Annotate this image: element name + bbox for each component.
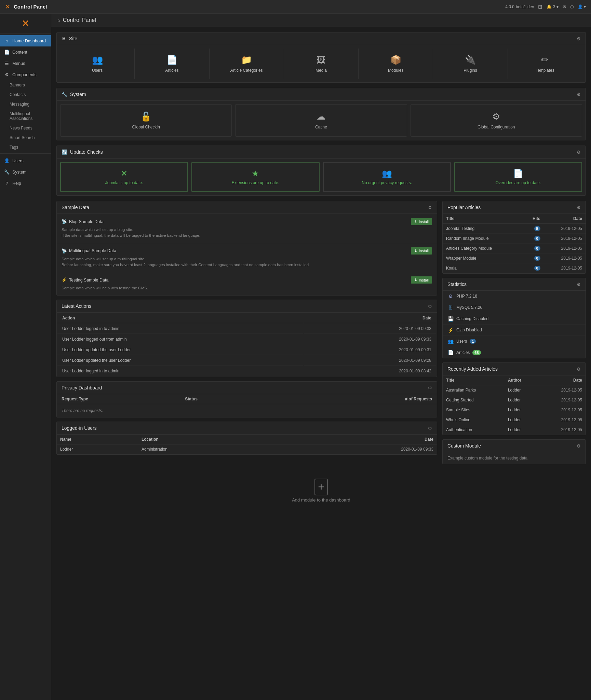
testing-sample-install-button[interactable]: ⬇ Install bbox=[411, 276, 432, 284]
mail-icon[interactable]: ✉ bbox=[563, 4, 566, 9]
media-big-icon: 🖼 bbox=[317, 55, 325, 65]
install-icon: ⬇ bbox=[414, 219, 417, 224]
extensions-update-item[interactable]: ★ Extensions are up to date. bbox=[191, 162, 319, 192]
site-modules-button[interactable]: 📦 Modules bbox=[359, 49, 433, 79]
table-row: Articles Category Module02019-12-05 bbox=[443, 244, 586, 253]
update-checks-section: 🔄 Update Checks ⚙ ✕ Joomla is up to date… bbox=[56, 146, 586, 196]
system-section-title: 🔧 System bbox=[62, 92, 86, 97]
version-badge: 4.0.0-beta1-dev bbox=[505, 4, 534, 9]
table-row: AuthenticationLodder2019-12-05 bbox=[443, 425, 586, 435]
sidebar-item-banners[interactable]: Banners bbox=[0, 80, 51, 90]
wifi-icon: 📡 bbox=[62, 219, 67, 224]
checkin-icon: 🔓 bbox=[140, 111, 151, 122]
site-users-button[interactable]: 👥 Users bbox=[60, 49, 135, 79]
page-heading: Control Panel bbox=[63, 17, 96, 23]
statistics-header: Statistics ⚙ bbox=[443, 278, 586, 291]
latest-actions-gear[interactable]: ⚙ bbox=[428, 304, 432, 309]
popular-articles-table: Title Hits Date Joomla! Testing52019-12-… bbox=[443, 214, 586, 273]
multilingual-sample-install-button[interactable]: ⬇ Install bbox=[411, 247, 432, 255]
site-plugins-button[interactable]: 🔌 Plugins bbox=[433, 49, 508, 79]
user-menu-button[interactable]: 👤 ▾ bbox=[578, 4, 586, 9]
update-checks-gear[interactable]: ⚙ bbox=[577, 150, 581, 155]
table-row: Joomla! Testing52019-12-05 bbox=[443, 224, 586, 234]
system-section-gear[interactable]: ⚙ bbox=[577, 92, 581, 97]
blog-sample-install-button[interactable]: ⬇ Install bbox=[411, 218, 432, 225]
sidebar-item-content[interactable]: 📄 Content bbox=[0, 46, 51, 58]
monitor-icon: 🖥 bbox=[62, 36, 66, 41]
sidebar-item-components[interactable]: ⚙ Components bbox=[0, 69, 51, 80]
user-location-col: Location bbox=[138, 435, 274, 444]
global-config-button[interactable]: ⚙ Global Configuration bbox=[411, 104, 582, 137]
blog-sample-data-item: 📡 Blog Sample Data ⬇ Install Sample data… bbox=[57, 214, 437, 243]
site-section: 🖥 Site ⚙ 👥 Users 📄 Articles 📁 bbox=[56, 32, 586, 83]
multilingual-sample-data-item: 📡 Multilingual Sample Data ⬇ Install Sam… bbox=[57, 243, 437, 273]
overrides-update-item[interactable]: 📄 Overrides are up to date. bbox=[454, 162, 582, 192]
external-link-icon[interactable]: ⬡ bbox=[570, 4, 574, 9]
date-col-header: Date bbox=[304, 313, 436, 323]
sidebar-item-home-dashboard[interactable]: ⌂ Home Dashboard bbox=[0, 35, 51, 46]
plus-icon: + bbox=[314, 479, 328, 495]
site-article-categories-button[interactable]: 📁 Article Categories bbox=[210, 49, 284, 79]
global-checkin-button[interactable]: 🔓 Global Checkin bbox=[60, 104, 232, 137]
sidebar-item-menus[interactable]: ☰ Menus bbox=[0, 58, 51, 69]
privacy-update-item[interactable]: 👥 No urgent privacy requests. bbox=[323, 162, 451, 192]
two-col-layout: Sample Data ⚙ 📡 Blog Sample Data bbox=[56, 201, 586, 468]
grid-icon[interactable]: ⊞ bbox=[538, 4, 542, 10]
page-title: Control Panel bbox=[14, 4, 47, 10]
site-media-button[interactable]: 🖼 Media bbox=[284, 49, 359, 79]
add-module-button[interactable]: + Add module to the dashboard bbox=[56, 468, 586, 513]
site-articles-button[interactable]: 📄 Articles bbox=[135, 49, 209, 79]
sample-data-gear[interactable]: ⚙ bbox=[428, 205, 432, 210]
logged-in-users-gear[interactable]: ⚙ bbox=[428, 426, 432, 431]
stat-icon: 📄 bbox=[447, 350, 454, 355]
topbar-right: 4.0.0-beta1-dev ⊞ 🔔 3 ▾ ✉ ⬡ 👤 ▾ bbox=[505, 4, 586, 10]
table-row: LodderAdministration2020-01-09 09:33 bbox=[57, 444, 437, 454]
popular-articles-gear[interactable]: ⚙ bbox=[577, 205, 581, 210]
recently-added-gear[interactable]: ⚙ bbox=[577, 367, 581, 372]
table-row: Sample SitesLodder2019-12-05 bbox=[443, 405, 586, 415]
stat-item: 🗄MySQL 5.7.26 bbox=[443, 302, 586, 313]
cache-button[interactable]: ☁ Cache bbox=[235, 104, 407, 137]
sidebar-item-contacts[interactable]: Contacts bbox=[0, 90, 51, 99]
joomla-update-item[interactable]: ✕ Joomla is up to date. bbox=[60, 162, 188, 192]
site-section-gear[interactable]: ⚙ bbox=[577, 36, 581, 41]
privacy-update-icon: 👥 bbox=[382, 169, 392, 178]
extensions-update-icon: ★ bbox=[252, 169, 259, 178]
logged-in-users-section: Logged-in Users ⚙ Name Location Date bbox=[56, 422, 437, 455]
sidebar-item-messaging[interactable]: Messaging bbox=[0, 99, 51, 109]
page-header: ⌂ Control Panel bbox=[51, 14, 591, 27]
privacy-col-status: Status bbox=[185, 397, 308, 401]
multilingual-sample-desc1: Sample data which will set up a multilin… bbox=[62, 256, 432, 262]
sidebar-item-news-feeds[interactable]: News Feeds bbox=[0, 123, 51, 133]
popular-articles-title: Popular Articles bbox=[447, 205, 481, 210]
testing-sample-data-item: ⚡ Testing Sample Data ⬇ Install Sample d… bbox=[57, 272, 437, 295]
sidebar: ✕ ⌂ Home Dashboard 📄 Content ☰ Menus ⚙ C… bbox=[0, 14, 51, 700]
blog-sample-header-row: 📡 Blog Sample Data ⬇ Install bbox=[62, 218, 432, 225]
stat-item: ⚡Gzip Disabled bbox=[443, 325, 586, 336]
privacy-dashboard-gear[interactable]: ⚙ bbox=[428, 385, 432, 390]
ra-title-col: Title bbox=[443, 375, 505, 385]
sidebar-item-multilingual[interactable]: Multilingual Associations bbox=[0, 109, 51, 123]
components-icon: ⚙ bbox=[4, 72, 10, 77]
statistics-gear[interactable]: ⚙ bbox=[577, 282, 581, 287]
testing-sample-title: ⚡ Testing Sample Data bbox=[62, 277, 108, 283]
sidebar-item-help[interactable]: ? Help bbox=[0, 178, 51, 189]
sample-data-header: Sample Data ⚙ bbox=[57, 201, 437, 214]
sample-data-title: Sample Data bbox=[62, 205, 89, 210]
sidebar-item-system[interactable]: 🔧 System bbox=[0, 166, 51, 178]
testing-sample-header-row: ⚡ Testing Sample Data ⬇ Install bbox=[62, 276, 432, 284]
privacy-col-requests: # of Requests bbox=[309, 397, 432, 401]
sidebar-item-users[interactable]: 👤 Users bbox=[0, 155, 51, 166]
custom-module-gear[interactable]: ⚙ bbox=[577, 443, 581, 449]
recently-added-header: Recently Added Articles ⚙ bbox=[443, 363, 586, 375]
table-row: User Lodder updated the user Lodder2020-… bbox=[57, 356, 436, 366]
notifications-button[interactable]: 🔔 3 ▾ bbox=[547, 4, 558, 9]
sidebar-item-tags[interactable]: Tags bbox=[0, 142, 51, 152]
stat-icon: 👥 bbox=[447, 339, 454, 344]
sidebar-item-smart-search[interactable]: Smart Search bbox=[0, 133, 51, 142]
site-templates-button[interactable]: ✏ Templates bbox=[508, 49, 582, 79]
help-icon: ? bbox=[4, 181, 10, 186]
left-column: Sample Data ⚙ 📡 Blog Sample Data bbox=[56, 201, 437, 468]
users-icon: 👤 bbox=[4, 158, 10, 163]
stat-icon: 🗄 bbox=[447, 305, 454, 310]
